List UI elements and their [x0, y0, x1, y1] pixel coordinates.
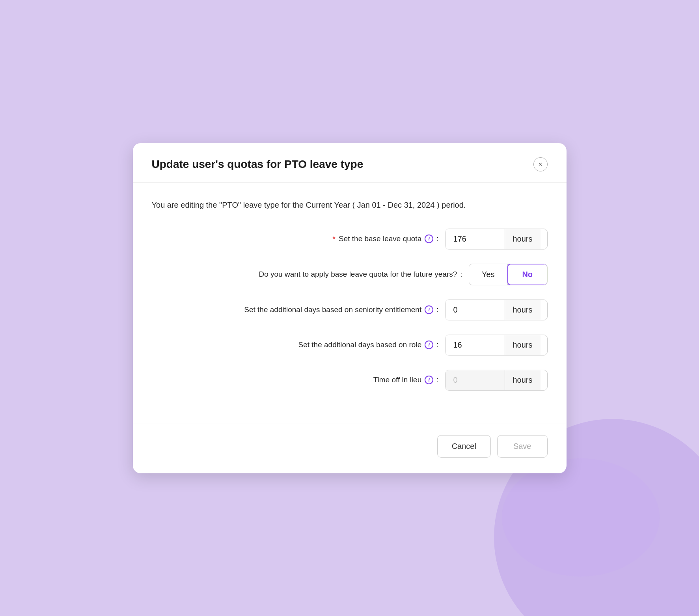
cancel-button[interactable]: Cancel [437, 435, 491, 458]
role-row: Set the additional days based on role i … [152, 335, 548, 355]
base-quota-hours-label: hours [505, 229, 541, 249]
toil-input [445, 370, 505, 390]
toil-input-group: hours [445, 370, 548, 391]
role-label: Set the additional days based on role i … [298, 341, 439, 349]
base-quota-row: * Set the base leave quota i : hours [152, 229, 548, 249]
seniority-input[interactable] [445, 300, 505, 320]
base-quota-input-group: hours [445, 229, 548, 249]
modal-dialog: Update user's quotas for PTO leave type … [133, 143, 567, 473]
modal-body: You are editing the "PTO" leave type for… [133, 183, 567, 424]
role-input-group: hours [445, 335, 548, 355]
toil-hours-label: hours [505, 370, 541, 390]
close-button[interactable]: × [533, 157, 548, 171]
modal-title: Update user's quotas for PTO leave type [152, 158, 363, 171]
seniority-label: Set the additional days based on seniori… [244, 305, 438, 314]
modal-footer: Cancel Save [133, 424, 567, 473]
role-info-icon[interactable]: i [425, 341, 433, 349]
description-text: You are editing the "PTO" leave type for… [152, 199, 548, 211]
seniority-row: Set the additional days based on seniori… [152, 300, 548, 320]
save-button[interactable]: Save [497, 435, 548, 458]
no-button[interactable]: No [507, 264, 548, 285]
future-years-label: Do you want to apply base leave quota fo… [259, 270, 462, 279]
role-hours-label: hours [505, 335, 541, 355]
base-quota-info-icon[interactable]: i [425, 234, 433, 243]
base-quota-label: * Set the base leave quota i : [332, 234, 438, 244]
seniority-input-group: hours [445, 300, 548, 320]
role-input[interactable] [445, 335, 505, 355]
seniority-info-icon[interactable]: i [425, 305, 433, 314]
modal-header: Update user's quotas for PTO leave type … [133, 143, 567, 183]
toil-info-icon[interactable]: i [425, 376, 433, 384]
toil-row: Time off in lieu i : hours [152, 370, 548, 391]
future-years-row: Do you want to apply base leave quota fo… [152, 264, 548, 285]
yes-no-group: Yes No [469, 264, 548, 285]
seniority-hours-label: hours [505, 300, 541, 320]
base-quota-input[interactable] [445, 229, 505, 249]
toil-label: Time off in lieu i : [373, 376, 439, 384]
yes-button[interactable]: Yes [469, 264, 508, 285]
required-star: * [332, 234, 336, 244]
